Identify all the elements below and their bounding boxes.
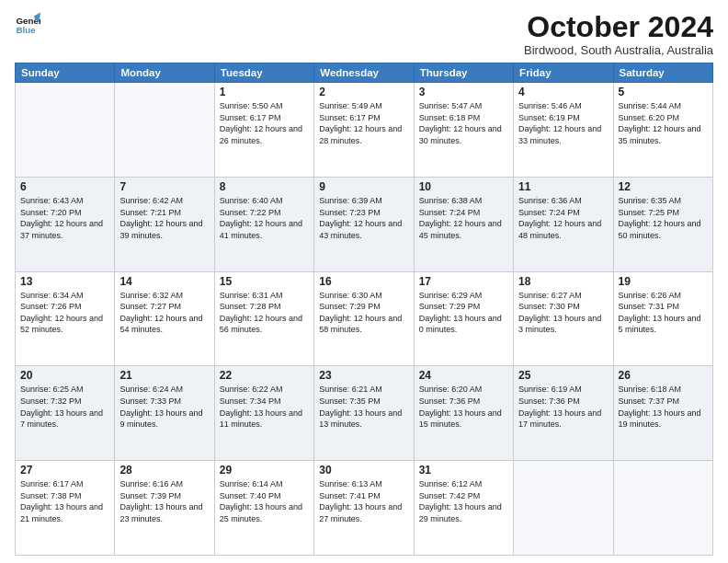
table-row: 28Sunrise: 6:16 AMSunset: 7:39 PMDayligh… bbox=[115, 461, 214, 556]
day-detail: Sunrise: 5:50 AMSunset: 6:17 PMDaylight:… bbox=[220, 100, 309, 146]
day-number: 16 bbox=[319, 275, 408, 288]
day-number: 24 bbox=[419, 369, 508, 382]
day-detail: Sunrise: 5:46 AMSunset: 6:19 PMDaylight:… bbox=[518, 100, 608, 146]
table-row: 5Sunrise: 5:44 AMSunset: 6:20 PMDaylight… bbox=[613, 83, 712, 178]
table-row bbox=[514, 461, 613, 556]
day-detail: Sunrise: 6:16 AMSunset: 7:39 PMDaylight:… bbox=[119, 478, 209, 524]
col-tuesday: Tuesday bbox=[214, 63, 313, 83]
day-detail: Sunrise: 6:30 AMSunset: 7:29 PMDaylight:… bbox=[319, 290, 408, 336]
table-row: 20Sunrise: 6:25 AMSunset: 7:32 PMDayligh… bbox=[16, 366, 115, 461]
day-detail: Sunrise: 6:20 AMSunset: 7:36 PMDaylight:… bbox=[419, 384, 508, 430]
table-row: 23Sunrise: 6:21 AMSunset: 7:35 PMDayligh… bbox=[314, 366, 414, 461]
day-detail: Sunrise: 5:49 AMSunset: 6:17 PMDaylight:… bbox=[319, 100, 408, 146]
day-number: 30 bbox=[319, 464, 408, 477]
day-number: 20 bbox=[20, 369, 109, 382]
table-row: 27Sunrise: 6:17 AMSunset: 7:38 PMDayligh… bbox=[16, 461, 115, 556]
month-title: October 2024 bbox=[524, 11, 713, 43]
day-number: 25 bbox=[518, 369, 608, 382]
table-row: 6Sunrise: 6:43 AMSunset: 7:20 PMDaylight… bbox=[16, 177, 115, 271]
location-subtitle: Birdwood, South Australia, Australia bbox=[524, 43, 713, 57]
table-row: 14Sunrise: 6:32 AMSunset: 7:27 PMDayligh… bbox=[115, 271, 214, 366]
svg-text:Blue: Blue bbox=[16, 25, 36, 35]
table-row: 1Sunrise: 5:50 AMSunset: 6:17 PMDaylight… bbox=[214, 83, 313, 178]
day-detail: Sunrise: 6:25 AMSunset: 7:32 PMDaylight:… bbox=[20, 384, 109, 430]
week-row-3: 13Sunrise: 6:34 AMSunset: 7:26 PMDayligh… bbox=[16, 271, 713, 366]
day-detail: Sunrise: 6:40 AMSunset: 7:22 PMDaylight:… bbox=[220, 195, 309, 241]
day-detail: Sunrise: 5:47 AMSunset: 6:18 PMDaylight:… bbox=[419, 100, 508, 146]
day-number: 5 bbox=[619, 86, 708, 98]
table-row: 11Sunrise: 6:36 AMSunset: 7:24 PMDayligh… bbox=[514, 177, 613, 271]
table-row: 25Sunrise: 6:19 AMSunset: 7:36 PMDayligh… bbox=[514, 366, 613, 461]
table-row: 21Sunrise: 6:24 AMSunset: 7:33 PMDayligh… bbox=[115, 366, 214, 461]
col-wednesday: Wednesday bbox=[314, 63, 414, 83]
table-row: 3Sunrise: 5:47 AMSunset: 6:18 PMDaylight… bbox=[414, 83, 513, 178]
day-number: 26 bbox=[619, 369, 708, 382]
day-number: 4 bbox=[518, 86, 608, 98]
week-row-5: 27Sunrise: 6:17 AMSunset: 7:38 PMDayligh… bbox=[16, 461, 713, 556]
day-number: 18 bbox=[518, 275, 608, 288]
day-number: 19 bbox=[619, 275, 708, 288]
table-row: 2Sunrise: 5:49 AMSunset: 6:17 PMDaylight… bbox=[314, 83, 414, 178]
day-detail: Sunrise: 6:38 AMSunset: 7:24 PMDaylight:… bbox=[419, 195, 508, 241]
day-detail: Sunrise: 6:21 AMSunset: 7:35 PMDaylight:… bbox=[319, 384, 408, 430]
day-number: 10 bbox=[419, 180, 508, 193]
day-detail: Sunrise: 6:27 AMSunset: 7:30 PMDaylight:… bbox=[518, 290, 608, 336]
day-number: 17 bbox=[419, 275, 508, 288]
table-row bbox=[115, 83, 214, 178]
day-detail: Sunrise: 6:17 AMSunset: 7:38 PMDaylight:… bbox=[20, 478, 109, 524]
col-saturday: Saturday bbox=[613, 63, 712, 83]
header: General Blue October 2024 Birdwood, Sout… bbox=[15, 11, 713, 57]
col-monday: Monday bbox=[115, 63, 214, 83]
week-row-4: 20Sunrise: 6:25 AMSunset: 7:32 PMDayligh… bbox=[16, 366, 713, 461]
day-number: 2 bbox=[319, 86, 408, 98]
table-row: 9Sunrise: 6:39 AMSunset: 7:23 PMDaylight… bbox=[314, 177, 414, 271]
day-number: 7 bbox=[119, 180, 209, 193]
table-row: 18Sunrise: 6:27 AMSunset: 7:30 PMDayligh… bbox=[514, 271, 613, 366]
table-row: 13Sunrise: 6:34 AMSunset: 7:26 PMDayligh… bbox=[16, 271, 115, 366]
table-row: 30Sunrise: 6:13 AMSunset: 7:41 PMDayligh… bbox=[314, 461, 414, 556]
day-number: 29 bbox=[220, 464, 309, 477]
table-row: 31Sunrise: 6:12 AMSunset: 7:42 PMDayligh… bbox=[414, 461, 513, 556]
table-row: 12Sunrise: 6:35 AMSunset: 7:25 PMDayligh… bbox=[613, 177, 712, 271]
table-row: 19Sunrise: 6:26 AMSunset: 7:31 PMDayligh… bbox=[613, 271, 712, 366]
day-detail: Sunrise: 6:22 AMSunset: 7:34 PMDaylight:… bbox=[220, 384, 309, 430]
table-row: 26Sunrise: 6:18 AMSunset: 7:37 PMDayligh… bbox=[613, 366, 712, 461]
day-detail: Sunrise: 6:39 AMSunset: 7:23 PMDaylight:… bbox=[319, 195, 408, 241]
table-row: 7Sunrise: 6:42 AMSunset: 7:21 PMDaylight… bbox=[115, 177, 214, 271]
table-row: 29Sunrise: 6:14 AMSunset: 7:40 PMDayligh… bbox=[214, 461, 313, 556]
day-detail: Sunrise: 6:12 AMSunset: 7:42 PMDaylight:… bbox=[419, 478, 508, 524]
day-detail: Sunrise: 6:18 AMSunset: 7:37 PMDaylight:… bbox=[619, 384, 708, 430]
day-detail: Sunrise: 6:13 AMSunset: 7:41 PMDaylight:… bbox=[319, 478, 408, 524]
day-detail: Sunrise: 6:42 AMSunset: 7:21 PMDaylight:… bbox=[119, 195, 209, 241]
day-number: 12 bbox=[619, 180, 708, 193]
logo: General Blue bbox=[15, 11, 40, 37]
day-number: 11 bbox=[518, 180, 608, 193]
day-number: 22 bbox=[220, 369, 309, 382]
day-detail: Sunrise: 6:36 AMSunset: 7:24 PMDaylight:… bbox=[518, 195, 608, 241]
col-thursday: Thursday bbox=[414, 63, 513, 83]
col-friday: Friday bbox=[514, 63, 613, 83]
day-detail: Sunrise: 6:34 AMSunset: 7:26 PMDaylight:… bbox=[20, 290, 109, 336]
table-row: 10Sunrise: 6:38 AMSunset: 7:24 PMDayligh… bbox=[414, 177, 513, 271]
day-detail: Sunrise: 6:43 AMSunset: 7:20 PMDaylight:… bbox=[20, 195, 109, 241]
table-row: 17Sunrise: 6:29 AMSunset: 7:29 PMDayligh… bbox=[414, 271, 513, 366]
day-detail: Sunrise: 6:26 AMSunset: 7:31 PMDaylight:… bbox=[619, 290, 708, 336]
day-number: 15 bbox=[220, 275, 309, 288]
table-row: 4Sunrise: 5:46 AMSunset: 6:19 PMDaylight… bbox=[514, 83, 613, 178]
table-row bbox=[16, 83, 115, 178]
col-sunday: Sunday bbox=[16, 63, 115, 83]
day-number: 14 bbox=[119, 275, 209, 288]
logo-icon: General Blue bbox=[15, 11, 40, 37]
table-row bbox=[613, 461, 712, 556]
day-detail: Sunrise: 5:44 AMSunset: 6:20 PMDaylight:… bbox=[619, 100, 708, 146]
page: General Blue October 2024 Birdwood, Sout… bbox=[0, 0, 728, 563]
day-detail: Sunrise: 6:31 AMSunset: 7:28 PMDaylight:… bbox=[220, 290, 309, 336]
day-number: 8 bbox=[220, 180, 309, 193]
day-number: 13 bbox=[20, 275, 109, 288]
table-row: 24Sunrise: 6:20 AMSunset: 7:36 PMDayligh… bbox=[414, 366, 513, 461]
day-detail: Sunrise: 6:24 AMSunset: 7:33 PMDaylight:… bbox=[119, 384, 209, 430]
day-number: 23 bbox=[319, 369, 408, 382]
day-number: 27 bbox=[20, 464, 109, 477]
day-detail: Sunrise: 6:29 AMSunset: 7:29 PMDaylight:… bbox=[419, 290, 508, 336]
day-number: 28 bbox=[119, 464, 209, 477]
